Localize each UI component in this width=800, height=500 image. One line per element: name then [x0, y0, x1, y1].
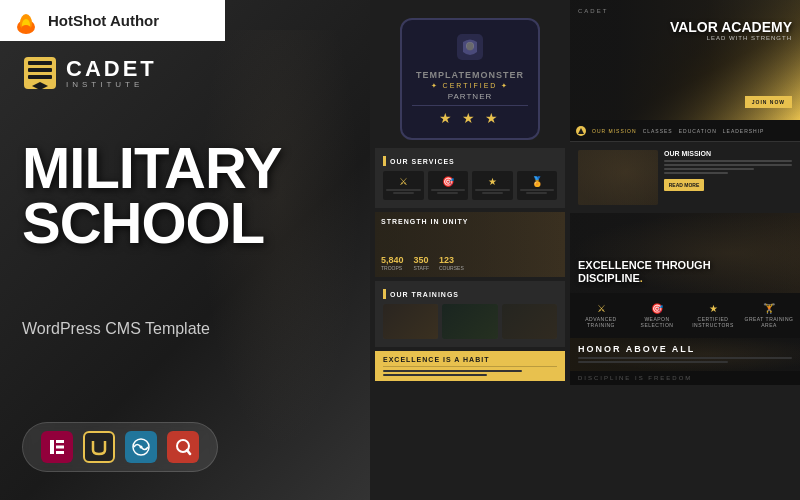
nav-item-education[interactable]: EDUCATION [679, 128, 717, 134]
nav-item-mission[interactable]: OUR MISSION [592, 128, 637, 134]
cadet-shield-icon [22, 55, 58, 91]
services-card: OUR SERVICES ⚔ 🎯 ★ [375, 148, 565, 381]
site-title: HotShot Author [48, 12, 159, 29]
qode-icon [167, 431, 199, 463]
training-img-3 [502, 304, 557, 339]
service-item-4: 🏅 [517, 171, 558, 200]
mission-section: OUR MISSION READ MORE [570, 142, 800, 213]
feature-weapon-selection: 🎯 WEAPON SELECTION [630, 299, 684, 332]
main-title: MILITARY SCHOOL [22, 140, 281, 250]
nav-item-leadership[interactable]: LEADERSHIP [723, 128, 765, 134]
nav-preview: OUR MISSION CLASSES EDUCATION LEADERSHIP [570, 120, 800, 142]
accent-bar [383, 156, 386, 166]
svg-rect-11 [56, 446, 64, 449]
excellence-section: EXCELLENCE THROUGH DISCIPLINE. [570, 213, 800, 293]
svg-rect-6 [28, 68, 52, 72]
uf-icon [83, 431, 115, 463]
training-img-1 [383, 304, 438, 339]
cta-button[interactable]: JOIN NOW [745, 96, 792, 108]
svg-rect-7 [28, 75, 52, 79]
services-section: OUR SERVICES ⚔ 🎯 ★ [375, 148, 565, 208]
excellence-badge: EXCELLENCE IS A HABIT [375, 351, 565, 381]
svg-rect-5 [28, 61, 52, 65]
stat-2: 350 STAFF [414, 255, 429, 271]
strength-card: STRENGTH IN UNITY 5,840 TROOPS 350 STAFF… [375, 212, 565, 277]
elementor-icon [41, 431, 73, 463]
excellence-text: EXCELLENCE THROUGH DISCIPLINE. [578, 259, 711, 285]
main-subtitle: WordPress CMS Template [22, 320, 210, 338]
nav-logo-icon [576, 126, 586, 136]
mission-image [578, 150, 658, 205]
feature-certified-instructors: ★ CERTIFIED INSTRUCTORS [686, 299, 740, 332]
trainings-card: OUR TRAININGS [375, 281, 565, 347]
service-item-3: ★ [472, 171, 513, 200]
svg-line-16 [187, 450, 190, 454]
center-panel: TemplateMonster ✦ CERTIFIED ✦ PARTNER ★ … [370, 0, 570, 500]
nav-item-classes[interactable]: CLASSES [643, 128, 673, 134]
tm-logo-icon [412, 32, 528, 68]
left-panel: CADET INSTITUTE MILITARY SCHOOL WordPres… [0, 0, 370, 500]
service-items-row: ⚔ 🎯 ★ 🏅 [383, 171, 557, 200]
feature-advanced-training: ⚔ ADVANCED TRAINING [574, 299, 628, 332]
hero-preview: CADET VALOR ACADEMY LEAD WITH STRENGTH J… [570, 0, 800, 120]
discipline-footer: DISCIPLINE IS FREEDOM [570, 371, 800, 385]
honor-section: HONOR ABOVE ALL [570, 338, 800, 371]
cadet-text: CADET INSTITUTE [66, 58, 157, 89]
feature-training-area: 🏋 GREAT TRAINING AREA [742, 299, 796, 332]
tm-divider [412, 105, 528, 106]
wordpress-icon [125, 431, 157, 463]
header-bar: HotShot Author [0, 0, 225, 41]
training-img-2 [442, 304, 497, 339]
service-item-2: 🎯 [428, 171, 469, 200]
svg-rect-9 [50, 440, 54, 454]
svg-point-14 [140, 446, 143, 449]
svg-marker-19 [578, 128, 584, 134]
trainings-title-bar: OUR TRAININGS [383, 289, 557, 299]
services-title-bar: OUR SERVICES [383, 156, 557, 166]
svg-point-3 [21, 25, 31, 33]
tm-partner: PARTNER [412, 92, 528, 101]
hero-preview-text: VALOR ACADEMY LEAD WITH STRENGTH [670, 20, 792, 41]
stat-3: 123 COURSES [439, 255, 464, 271]
tm-stars: ★ ★ ★ [412, 110, 528, 126]
cadet-logo: CADET INSTITUTE [22, 55, 157, 91]
features-row: ⚔ ADVANCED TRAINING 🎯 WEAPON SELECTION ★… [570, 293, 800, 338]
mission-content: OUR MISSION READ MORE [664, 150, 792, 205]
tm-badge: TemplateMonster ✦ CERTIFIED ✦ PARTNER ★ … [400, 18, 540, 140]
read-more-btn[interactable]: READ MORE [664, 179, 704, 191]
flame-icon [12, 7, 40, 35]
stat-1: 5,840 TROOPS [381, 255, 404, 271]
tm-name: TemplateMonster [412, 70, 528, 80]
svg-rect-12 [56, 451, 64, 454]
training-items [383, 304, 557, 339]
svg-rect-10 [56, 440, 64, 443]
accent-bar-2 [383, 289, 386, 299]
right-panel: CADET VALOR ACADEMY LEAD WITH STRENGTH J… [570, 0, 800, 500]
tm-certified: ✦ CERTIFIED ✦ [412, 82, 528, 90]
strength-title: STRENGTH IN UNITY [381, 218, 468, 225]
strength-stats: 5,840 TROOPS 350 STAFF 123 COURSES [381, 255, 464, 271]
service-item-1: ⚔ [383, 171, 424, 200]
plugin-icons-bar [22, 422, 218, 472]
